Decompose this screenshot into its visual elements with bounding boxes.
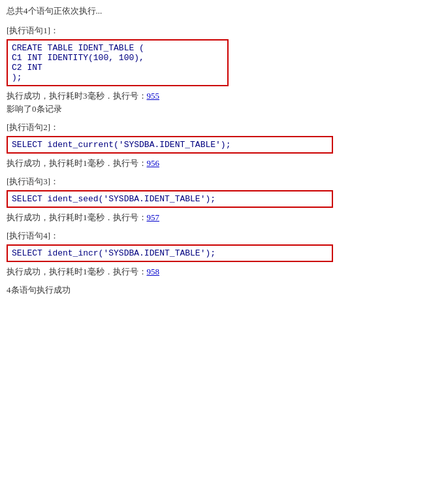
exec-number-link-4[interactable]: 958: [147, 267, 160, 276]
footer-text: 4条语句执行成功: [7, 284, 441, 296]
code-line-1-1: CREATE TABLE IDENT_TABLE (: [12, 43, 223, 53]
code-block-1: CREATE TABLE IDENT_TABLE (C1 INT IDENTIT…: [7, 39, 229, 86]
code-line-2-1: SELECT ident_current('SYSDBA.IDENT_TABLE…: [12, 140, 328, 150]
section-label-2: [执行语句2]：: [7, 122, 441, 133]
exec-number-link-2[interactable]: 956: [147, 158, 160, 168]
code-block-2: SELECT ident_current('SYSDBA.IDENT_TABLE…: [7, 136, 333, 154]
status-line-2: 执行成功，执行耗时1毫秒．执行号：956: [7, 158, 441, 169]
section-1: [执行语句1]：CREATE TABLE IDENT_TABLE (C1 INT…: [7, 25, 441, 115]
code-line-1-3: C2 INT: [12, 63, 223, 73]
affect-line-1: 影响了0条记录: [7, 103, 441, 115]
header-text: 总共4个语句正依次执行...: [7, 5, 441, 17]
exec-number-link-1[interactable]: 955: [147, 91, 160, 101]
section-2: [执行语句2]：SELECT ident_current('SYSDBA.IDE…: [7, 122, 441, 169]
status-line-1: 执行成功，执行耗时3毫秒．执行号：955: [7, 90, 441, 102]
section-label-1: [执行语句1]：: [7, 25, 441, 37]
exec-number-link-3[interactable]: 957: [147, 212, 160, 222]
section-4: [执行语句4]：SELECT ident_incr('SYSDBA.IDENT_…: [7, 230, 441, 278]
status-line-3: 执行成功，执行耗时1毫秒．执行号：957: [7, 212, 441, 224]
section-3: [执行语句3]：SELECT ident_seed('SYSDBA.IDENT_…: [7, 176, 441, 224]
section-label-3: [执行语句3]：: [7, 176, 441, 188]
code-line-4-1: SELECT ident_incr('SYSDBA.IDENT_TABLE');: [12, 248, 328, 258]
code-line-1-2: C1 INT IDENTITY(100, 100),: [12, 53, 223, 63]
code-line-1-4: );: [12, 73, 223, 82]
code-line-3-1: SELECT ident_seed('SYSDBA.IDENT_TABLE');: [12, 194, 328, 204]
status-line-4: 执行成功，执行耗时1毫秒．执行号：958: [7, 266, 441, 278]
code-block-4: SELECT ident_incr('SYSDBA.IDENT_TABLE');: [7, 244, 333, 262]
section-label-4: [执行语句4]：: [7, 230, 441, 242]
code-block-3: SELECT ident_seed('SYSDBA.IDENT_TABLE');: [7, 190, 333, 208]
